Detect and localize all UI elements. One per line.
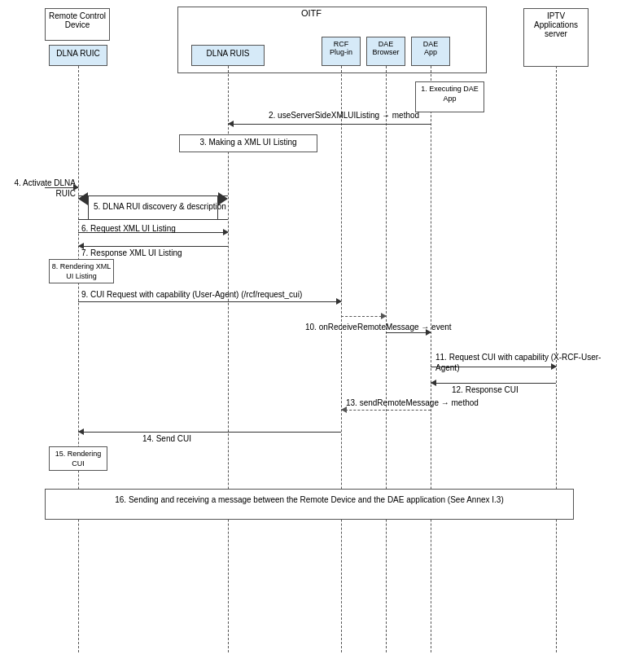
dae-app-label: DAEApp <box>423 40 439 56</box>
dae-browser-label: DAEBrowser <box>372 40 399 56</box>
note-bottom: 16. Sending and receiving a message betw… <box>45 489 574 520</box>
rcf-plugin-label: RCFPlug-in <box>330 40 352 56</box>
iptv-server-label: IPTVApplicationsserver <box>534 11 578 38</box>
remote-control-label: Remote ControlDevice <box>49 11 106 29</box>
msg14-line <box>78 432 341 433</box>
msg2-line <box>228 124 431 125</box>
msg4-label: 4. Activate DLNA RUIC <box>4 178 76 199</box>
msg14-label: 14. Send CUI <box>142 434 191 443</box>
sequence-diagram: OITF Remote ControlDevice DLNA RUIC DLNA… <box>0 0 617 672</box>
msg6-label: 6. Request XML UI Listing <box>81 224 176 233</box>
msg9-dashed-arrowhead <box>381 313 387 319</box>
rcf-plugin-box: RCFPlug-in <box>322 37 361 66</box>
msg10-line <box>386 332 431 333</box>
msg9-line <box>78 301 341 302</box>
msg14-arrowhead <box>78 428 84 435</box>
msg2-label: 2. useServerSideXMLUIListing → method <box>269 110 419 121</box>
msg12-label: 12. Response CUI <box>452 385 519 394</box>
msg7-label: 7. Response XML UI Listing <box>81 248 182 257</box>
note-xml-listing: 3. Making a XML UI Listing <box>179 134 317 152</box>
msg5-label: 5. DLNA RUI discovery & description <box>94 201 226 212</box>
lifeline-rcf <box>341 66 342 652</box>
lifeline-ruis <box>228 66 229 652</box>
msg4-arrowhead <box>73 184 79 191</box>
dlna-ruis-label: DLNA RUIS <box>207 49 250 58</box>
msg12-arrowhead <box>431 380 436 386</box>
lifeline-dae-browser <box>386 66 387 652</box>
dlna-ruic-box: DLNA RUIC <box>49 45 107 66</box>
iptv-server-box: IPTVApplicationsserver <box>523 8 589 67</box>
lifeline-ruic <box>78 66 79 652</box>
msg13-line <box>341 410 431 411</box>
msg2-arrowhead <box>228 121 234 127</box>
note-rendering-cui: 15. Rendering CUI <box>49 446 107 471</box>
msg9-arrowhead <box>336 298 342 305</box>
msg12-line <box>431 383 556 384</box>
note-rendering-xml: 8. Rendering XML UI Listing <box>49 259 114 283</box>
lifeline-dae-app <box>431 66 431 652</box>
msg9-label: 9. CUI Request with capability (User-Age… <box>81 289 302 300</box>
dlna-ruic-label: DLNA RUIC <box>56 49 99 58</box>
dlna-ruis-box: DLNA RUIS <box>191 45 265 66</box>
msg10-label: 10. onReceiveRemoteMessage → event <box>305 322 452 332</box>
dae-app-box: DAEApp <box>411 37 450 66</box>
msg7-line <box>78 246 228 247</box>
remote-control-box: Remote ControlDevice <box>45 8 110 41</box>
msg11-label: 11. Request CUI with capability (X-RCF-U… <box>435 352 617 373</box>
msg6-arrowhead <box>223 229 229 235</box>
oitf-label: OITF <box>301 8 322 18</box>
msg9-dashed <box>341 316 386 317</box>
msg13-label: 13. sendRemoteMessage → method <box>346 397 479 408</box>
dae-browser-box: DAEBrowser <box>366 37 405 66</box>
note-executing-dae: 1. Executing DAE App <box>415 81 484 112</box>
